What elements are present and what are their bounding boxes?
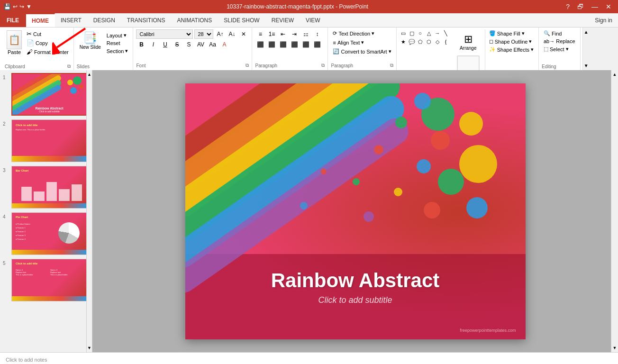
tab-transitions[interactable]: TRANSITIONS <box>121 13 172 27</box>
underline-button[interactable]: U <box>160 40 170 49</box>
font-name-select[interactable]: Calibri <box>136 29 193 39</box>
slide-view-scroll-up[interactable]: ▲ <box>613 72 617 77</box>
replace-button[interactable]: ab→ Replace <box>542 37 577 45</box>
font-expand-icon[interactable]: ⧉ <box>245 63 249 68</box>
arrow-shape[interactable]: → <box>434 29 441 37</box>
slide-view-scroll-down[interactable]: ▼ <box>613 346 617 350</box>
cut-button[interactable]: ✂ Cut <box>25 29 71 38</box>
tab-insert[interactable]: INSERT <box>55 13 88 27</box>
help-button[interactable]: ? <box>563 3 573 10</box>
oval-shape[interactable]: ○ <box>417 29 424 37</box>
save-icon[interactable]: 💾 <box>4 3 11 10</box>
customize-icon[interactable]: ▼ <box>26 3 32 10</box>
slide-scroll-up[interactable]: ▲ <box>87 72 91 77</box>
line-shape[interactable]: ╲ <box>442 29 450 37</box>
notes-bar[interactable]: Click to add notes <box>0 352 618 364</box>
justify-button[interactable]: ⬛ <box>289 40 300 49</box>
close-button[interactable]: ✕ <box>603 3 614 10</box>
text-direction-button[interactable]: ⟳ Text Direction ▾ <box>331 29 393 37</box>
slide-thumb-2[interactable]: 2 Click to add title Replace text. This … <box>2 118 90 163</box>
shape-fill-button[interactable]: 🪣 Shape Fill ▾ <box>487 29 536 37</box>
char-spacing-button[interactable]: AV <box>195 40 206 49</box>
tab-review[interactable]: REVIEW <box>266 13 300 27</box>
select-button[interactable]: ⬚ Select ▾ <box>542 45 577 53</box>
italic-button[interactable]: I <box>148 40 158 49</box>
rect-shape[interactable]: ▭ <box>400 29 407 37</box>
slide-preview-3: Bar Chart <box>11 166 87 209</box>
bold-button[interactable]: B <box>136 40 146 49</box>
ribbon-scroll-down[interactable]: ▼ <box>584 63 589 68</box>
font-size-select[interactable]: 28 <box>194 29 213 39</box>
circle-blue-md <box>466 197 488 218</box>
strikethrough-button[interactable]: S <box>172 40 182 49</box>
find-button[interactable]: 🔍 Find <box>542 29 577 37</box>
increase-indent-button[interactable]: ⇥ <box>289 29 300 39</box>
ribbon-scroll-up[interactable]: ▲ <box>584 29 589 35</box>
reset-button[interactable]: Reset <box>105 39 130 47</box>
triangle-shape[interactable]: △ <box>425 29 433 37</box>
slide-thumb-5[interactable]: 5 Click to add title Option 1Replace tex… <box>2 258 90 302</box>
slides-group-footer: Slides <box>77 64 130 69</box>
slide-view-scrollbar[interactable]: ▲ ▼ <box>611 70 618 352</box>
clipboard-expand-icon[interactable]: ⧉ <box>67 64 71 69</box>
callout-shape[interactable]: 💬 <box>408 38 416 46</box>
main-slide-title[interactable]: Rainbow Abstract <box>185 269 526 292</box>
tab-design[interactable]: DESIGN <box>88 13 121 27</box>
increase-font-button[interactable]: A↑ <box>215 29 225 39</box>
align-center-button[interactable]: ⬛ <box>266 40 277 49</box>
slide-thumb-1[interactable]: 1 Rainbow Abstract Click to add subtitle <box>2 72 90 117</box>
smartart-cols-button[interactable]: ⚏ <box>300 29 311 39</box>
undo-icon[interactable]: ↩ <box>13 3 18 10</box>
tab-slideshow[interactable]: SLIDE SHOW <box>218 13 265 27</box>
section-chevron: ▾ <box>125 48 128 54</box>
para-expand-icon2[interactable]: ⧉ <box>390 63 393 68</box>
hex-shape[interactable]: ⬡ <box>425 38 433 46</box>
sign-in-button[interactable]: Sign in <box>589 13 618 27</box>
pentagon-shape[interactable]: ⬠ <box>417 38 424 46</box>
decrease-indent-button[interactable]: ⇤ <box>278 29 288 39</box>
para-spacing-button[interactable]: ⬛ <box>312 40 322 49</box>
numbering-button[interactable]: 1≡ <box>266 29 277 39</box>
shape-effects-button[interactable]: ✨ Shape Effects ▾ <box>487 46 536 54</box>
slide-thumb-4[interactable]: 4 Pie Chart ● Product feature ● Feature … <box>2 211 90 256</box>
tab-view[interactable]: VIEW <box>300 13 327 27</box>
shape-outline-button[interactable]: ◻ Shape Outline ▾ <box>487 37 536 46</box>
redo-icon[interactable]: ↪ <box>19 3 24 10</box>
tab-home[interactable]: HOME <box>26 13 55 27</box>
tab-file[interactable]: FILE <box>0 13 26 27</box>
brace-shape[interactable]: { <box>442 38 450 46</box>
main-slide-subtitle[interactable]: Click to add subtitle <box>185 295 526 305</box>
ribbon: 📋 Paste ✂ Cut 📄 Copy 🖌 Format Painter <box>0 27 618 70</box>
arrange-button[interactable]: ⊞ Arrange <box>457 31 480 53</box>
align-left-button[interactable]: ⬛ <box>255 40 265 49</box>
circle-yellow-sm <box>394 188 402 196</box>
section-button[interactable]: Section ▾ <box>105 47 130 55</box>
star-shape[interactable]: ★ <box>400 38 407 46</box>
diamond-shape[interactable]: ◇ <box>434 38 441 46</box>
convert-smartart-button[interactable]: 🔄 Convert to SmartArt ▾ <box>331 47 393 55</box>
slide-thumb-3[interactable]: 3 Bar Chart <box>2 165 90 209</box>
clear-format-button[interactable]: ✕ <box>238 29 249 39</box>
bullets-button[interactable]: ≡ <box>255 29 265 39</box>
slide-scroll-down[interactable]: ▼ <box>87 346 91 350</box>
rounded-rect-shape[interactable]: ▢ <box>408 29 416 37</box>
font-color-button[interactable]: A <box>219 40 229 49</box>
restore-button[interactable]: 🗗 <box>574 3 587 10</box>
minimize-button[interactable]: — <box>589 3 601 10</box>
ribbon-scrollbar[interactable]: ▲ ▼ <box>582 27 590 70</box>
para-expand-icon[interactable]: ⧉ <box>321 63 325 68</box>
align-right-button[interactable]: ⬛ <box>278 40 288 49</box>
paste-button[interactable]: 📋 Paste <box>5 29 24 56</box>
shadow-button[interactable]: S <box>183 40 194 49</box>
copy-button[interactable]: 📄 Copy <box>25 38 71 47</box>
columns-button[interactable]: ⬛ <box>300 40 311 49</box>
align-text-button[interactable]: ≡ Align Text ▾ <box>331 38 393 46</box>
change-case-button[interactable]: Aa <box>207 40 218 49</box>
tab-animations[interactable]: ANIMATIONS <box>171 13 218 27</box>
layout-button[interactable]: Layout ▾ <box>105 31 130 39</box>
line-spacing-button[interactable]: ↕ <box>312 29 322 39</box>
decrease-font-button[interactable]: A↓ <box>227 29 237 39</box>
new-slide-button[interactable]: 📑 New Slide <box>77 29 104 52</box>
format-painter-button[interactable]: 🖌 Format Painter <box>25 47 71 56</box>
slide-panel-scrollbar[interactable]: ▲ ▼ <box>86 70 92 352</box>
